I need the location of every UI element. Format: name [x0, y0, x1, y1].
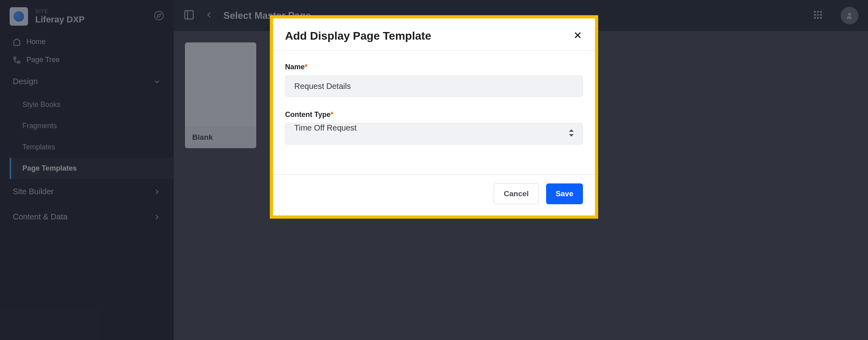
- name-input[interactable]: [285, 75, 583, 97]
- save-button[interactable]: Save: [546, 183, 583, 204]
- modal-highlight-border: Add Display Page Template Name* Content …: [270, 15, 598, 219]
- form-group-content-type: Content Type* Time Off Request: [285, 111, 583, 145]
- name-label: Name*: [285, 63, 583, 71]
- modal-header: Add Display Page Template: [273, 18, 595, 51]
- modal-title: Add Display Page Template: [285, 30, 431, 42]
- close-icon[interactable]: [573, 30, 583, 42]
- modal-body: Name* Content Type* Time Off Request: [273, 51, 595, 174]
- add-display-page-template-modal: Add Display Page Template Name* Content …: [273, 18, 595, 215]
- form-group-name: Name*: [285, 63, 583, 97]
- modal-footer: Cancel Save: [273, 174, 595, 215]
- content-type-label: Content Type*: [285, 111, 583, 119]
- content-type-select[interactable]: Time Off Request: [285, 123, 583, 145]
- cancel-button[interactable]: Cancel: [494, 183, 538, 204]
